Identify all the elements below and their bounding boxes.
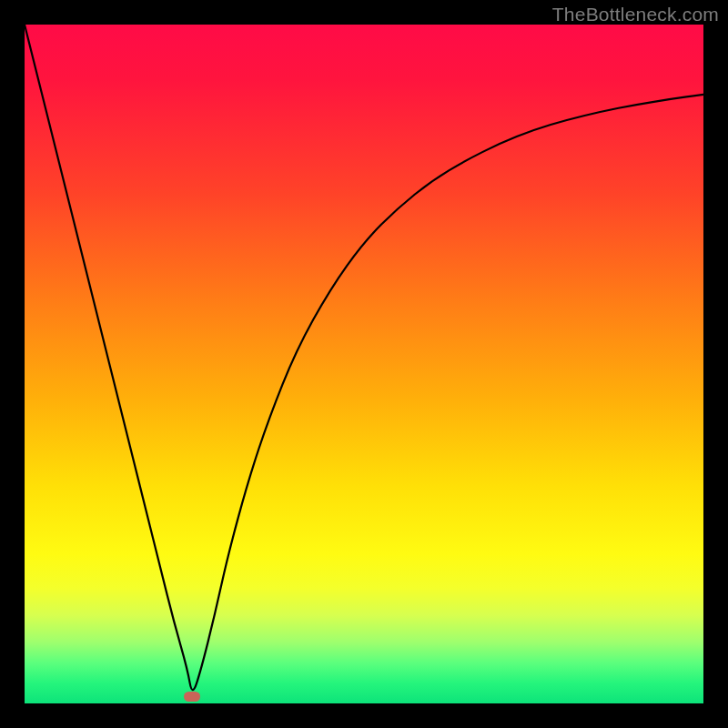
chart-plot-area — [25, 25, 703, 703]
watermark-text: TheBottleneck.com — [552, 4, 719, 25]
chart-frame: TheBottleneck.com — [0, 0, 728, 728]
bottleneck-curve — [25, 25, 703, 703]
minimum-marker — [184, 692, 200, 702]
